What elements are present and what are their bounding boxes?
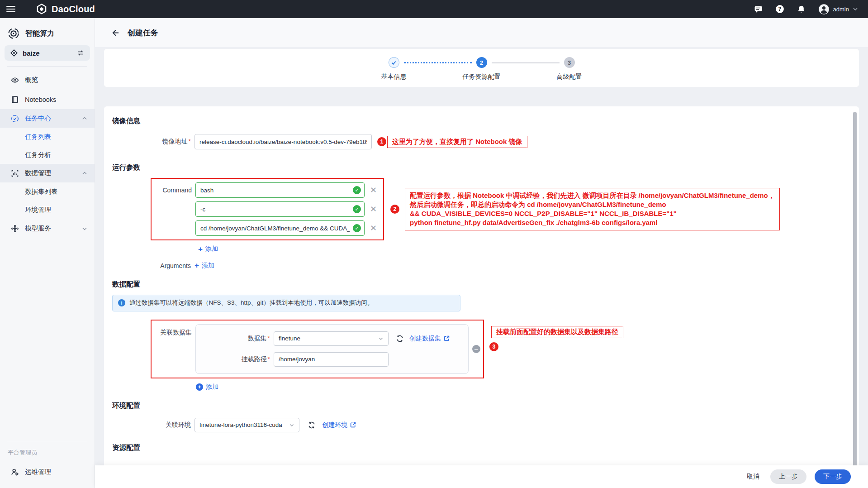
step-connector-done	[404, 62, 472, 63]
sidebar-item-task-center[interactable]: 任务中心	[0, 109, 95, 128]
command-input-1[interactable]	[195, 182, 365, 198]
eye-icon	[11, 76, 19, 84]
daocloud-logo-icon	[36, 3, 47, 15]
username: admin	[833, 6, 849, 13]
sidebar: 智能算力 baize 概览 Notebooks 任务中心	[0, 18, 95, 488]
add-command-button[interactable]: + 添加	[198, 245, 218, 253]
plus-icon: +	[194, 262, 199, 269]
step-basic-info: 基本信息	[389, 57, 399, 81]
annotation-badge-2: 2	[390, 205, 399, 214]
dataset-group-label: 关联数据集	[152, 324, 195, 374]
section-run-params: 运行参数	[112, 163, 859, 172]
workspace-icon	[10, 49, 18, 57]
command-row: ✓ ✕	[152, 201, 379, 217]
command-row: ✓ ✕	[152, 220, 379, 236]
ai-compute-icon	[8, 28, 19, 39]
svg-text:?: ?	[778, 6, 781, 12]
section-resource-config: 资源配置	[112, 443, 859, 453]
plus-circle-icon: +	[196, 383, 203, 391]
valid-check-icon: ✓	[353, 224, 361, 232]
arguments-row: Arguments + 添加	[104, 262, 859, 270]
command-input-3[interactable]	[195, 220, 365, 236]
environment-row: 关联环境 finetune-lora-python3116-cuda 创建环境	[104, 418, 859, 432]
refresh-datasets-icon[interactable]	[396, 335, 404, 343]
back-arrow-icon[interactable]	[111, 29, 120, 37]
user-menu[interactable]: admin	[818, 4, 858, 15]
ops-management-icon	[11, 468, 19, 476]
dataset-info-banner: i 通过数据集可以将远端数据（NFS、S3、http、git）挂载到本地使用，可…	[112, 295, 460, 311]
annotation-badge-1: 1	[377, 137, 386, 146]
next-step-button[interactable]: 下一步	[815, 469, 851, 484]
scrollbar-thumb[interactable]	[853, 112, 857, 471]
remove-dataset-icon[interactable]: –	[472, 345, 480, 353]
sidebar-item-overview[interactable]: 概览	[0, 70, 95, 90]
valid-check-icon: ✓	[353, 186, 361, 194]
command-input-2[interactable]	[195, 201, 365, 217]
previous-step-button[interactable]: 上一步	[770, 469, 806, 484]
data-management-icon	[11, 169, 19, 177]
sidebar-item-data-management[interactable]: 数据管理	[0, 164, 95, 182]
dataset-select-row: 数据集* finetune 创建数据集	[196, 331, 468, 346]
task-center-icon	[11, 115, 19, 123]
module-header: 智能算力	[0, 18, 95, 39]
remove-command-icon[interactable]: ✕	[370, 224, 377, 232]
image-address-input[interactable]	[194, 134, 372, 149]
mount-path-row: 挂载路径*	[196, 352, 468, 367]
section-image-info: 镜像信息	[112, 116, 859, 126]
divider	[7, 66, 87, 67]
feedback-icon[interactable]	[754, 5, 763, 14]
chevron-down-icon	[289, 422, 294, 428]
model-service-icon	[11, 225, 19, 233]
external-link-icon	[443, 335, 450, 342]
mount-path-input[interactable]	[274, 352, 389, 367]
avatar	[818, 4, 830, 15]
annotation-text-3: 挂载前面配置好的数据集以及数据集路径	[491, 326, 623, 338]
create-dataset-link[interactable]: 创建数据集	[409, 335, 450, 343]
environment-select[interactable]: finetune-lora-python3116-cuda	[194, 418, 299, 432]
page-header: 创建任务	[95, 18, 868, 47]
chevron-down-icon	[853, 6, 858, 12]
add-argument-button[interactable]: + 添加	[194, 262, 214, 270]
cancel-button[interactable]: 取消	[744, 469, 762, 484]
sidebar-item-dataset-list[interactable]: 数据集列表	[0, 182, 95, 201]
image-address-row: 镜像地址* 1 这里为了方便，直接复用了 Notebook 镜像	[104, 134, 859, 149]
dataset-annotation-frame: 关联数据集 数据集* finetune 创建数据集	[151, 320, 484, 378]
dataset-select[interactable]: finetune	[274, 331, 389, 346]
refresh-environments-icon[interactable]	[308, 421, 316, 429]
stepper: 基本信息 2 任务资源配置 3 高级配置	[104, 49, 859, 87]
notebook-icon	[11, 96, 19, 104]
required-asterisk: *	[268, 355, 270, 363]
step-connector-pending	[492, 62, 560, 63]
notifications-bell-icon[interactable]	[797, 5, 806, 14]
dataset-card: 数据集* finetune 创建数据集	[195, 324, 469, 374]
brand-name: DaoCloud	[52, 4, 95, 14]
remove-command-icon[interactable]: ✕	[370, 186, 377, 194]
module-title: 智能算力	[25, 29, 54, 38]
switch-workspace-icon[interactable]	[76, 49, 85, 57]
external-link-icon	[350, 421, 356, 428]
add-dataset-button[interactable]: + 添加	[196, 383, 218, 391]
sidebar-item-task-analysis[interactable]: 任务分析	[0, 146, 95, 164]
plus-icon: +	[198, 245, 203, 253]
required-asterisk: *	[189, 138, 191, 145]
chevron-up-icon	[82, 171, 87, 176]
sidebar-item-model-service[interactable]: 模型服务	[0, 219, 95, 238]
section-data-config: 数据配置	[112, 280, 859, 289]
command-annotation-frame: Command ✓ ✕ ✓ ✕ ✓	[151, 178, 384, 240]
help-icon[interactable]: ?	[775, 5, 784, 14]
annotation-text-2: 配置运行参数，根据 Notebook 中调试经验，我们先进入 微调项目所在目录 …	[405, 188, 780, 230]
sidebar-item-notebooks[interactable]: Notebooks	[0, 90, 95, 109]
remove-command-icon[interactable]: ✕	[370, 205, 377, 213]
required-asterisk: *	[268, 335, 270, 342]
chevron-up-icon	[82, 116, 87, 121]
sidebar-item-environment-management[interactable]: 环境管理	[0, 201, 95, 219]
sidebar-item-task-list[interactable]: 任务列表	[0, 128, 95, 146]
sidebar-item-ops-management[interactable]: 运维管理	[0, 462, 95, 482]
hamburger-menu-icon[interactable]	[6, 6, 15, 12]
wizard-footer: 取消 上一步 下一步	[95, 465, 868, 488]
workspace-name: baize	[23, 49, 40, 57]
create-environment-link[interactable]: 创建环境	[322, 421, 356, 429]
workspace-selector[interactable]: baize	[5, 45, 90, 61]
step-task-resource-config: 2 任务资源配置	[476, 57, 487, 81]
top-navbar: DaoCloud ? admin	[0, 0, 868, 18]
